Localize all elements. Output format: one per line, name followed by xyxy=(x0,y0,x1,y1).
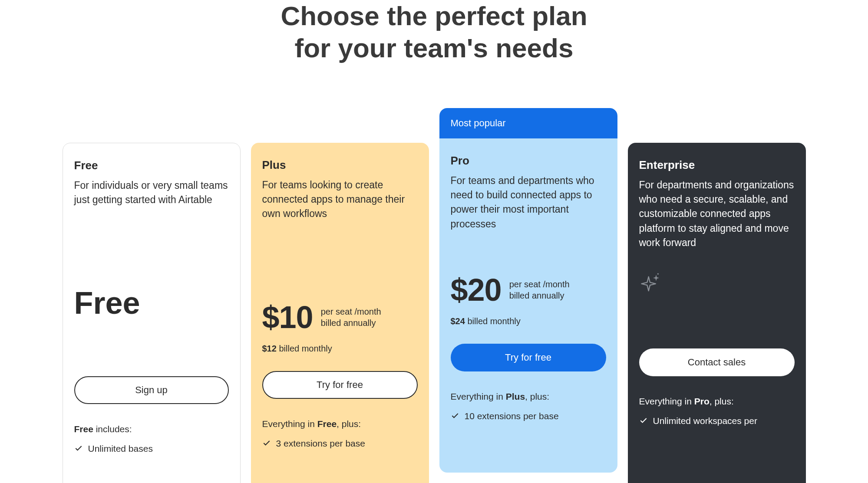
page-headline: Choose the perfect plan for your team's … xyxy=(0,0,868,108)
includes-label: Everything in Free, plus: xyxy=(262,419,418,429)
plan-price: $10 xyxy=(262,299,313,335)
plan-price: $20 xyxy=(451,272,502,308)
plan-name: Free xyxy=(74,159,229,172)
feature-item: 3 extensions per base xyxy=(262,437,418,450)
signup-button[interactable]: Sign up xyxy=(74,376,229,404)
plan-card-enterprise: Enterprise For departments and organizat… xyxy=(628,143,806,483)
plan-name: Enterprise xyxy=(639,158,795,172)
plan-price-monthly: $12 billed monthly xyxy=(262,344,418,354)
check-icon xyxy=(74,444,83,453)
contact-sales-button[interactable]: Contact sales xyxy=(639,348,795,376)
plan-description: For teams looking to create connected ap… xyxy=(262,178,418,221)
includes-label: Everything in Plus, plus: xyxy=(451,391,606,402)
plan-price-sub: per seat /month billed annually xyxy=(509,279,570,301)
check-icon xyxy=(451,411,459,420)
try-free-button[interactable]: Try for free xyxy=(451,344,606,371)
plan-card-pro: Most popular Pro For teams and departmen… xyxy=(439,108,617,473)
plan-card-plus: Plus For teams looking to create connect… xyxy=(251,143,429,483)
most-popular-badge: Most popular xyxy=(439,108,617,138)
try-free-button[interactable]: Try for free xyxy=(262,371,418,399)
plan-price-sub: per seat /month billed annually xyxy=(321,306,381,329)
check-icon xyxy=(639,416,648,425)
pricing-plans-row: Free For individuals or very small teams… xyxy=(0,108,868,483)
check-icon xyxy=(262,439,271,447)
feature-item: 10 extensions per base xyxy=(451,410,606,422)
svg-point-0 xyxy=(657,273,658,274)
feature-item: Unlimited workspaces per xyxy=(639,414,795,427)
plan-name: Plus xyxy=(262,158,418,172)
plan-price-row: $20 per seat /month billed annually xyxy=(451,272,606,308)
sparkle-icon xyxy=(639,273,795,297)
plan-name: Pro xyxy=(451,154,606,168)
plan-description: For teams and departments who need to bu… xyxy=(451,174,606,231)
plan-price-row: $10 per seat /month billed annually xyxy=(262,299,418,335)
plan-description: For departments and organizations who ne… xyxy=(639,178,795,250)
includes-label: Free includes: xyxy=(74,424,229,434)
plan-price: Free xyxy=(74,285,229,321)
plan-card-free: Free For individuals or very small teams… xyxy=(63,143,241,483)
includes-label: Everything in Pro, plus: xyxy=(639,396,795,407)
feature-item: Unlimited bases xyxy=(74,442,229,455)
plan-price-monthly: $24 billed monthly xyxy=(451,316,606,326)
plan-description: For individuals or very small teams just… xyxy=(74,178,229,207)
